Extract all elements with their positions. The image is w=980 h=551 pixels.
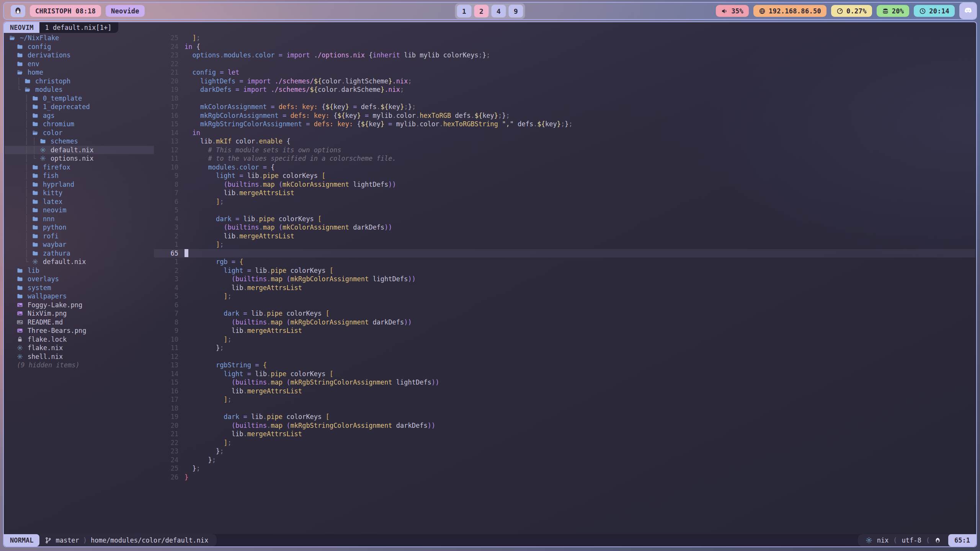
code-line[interactable]: 12 <box>154 352 975 361</box>
discord-button[interactable] <box>959 3 977 19</box>
tree-item-flake-nix[interactable]: flake.nix <box>5 344 154 352</box>
workspace-button-1[interactable]: 1 <box>457 5 472 17</box>
code-line[interactable]: 14 light = lib.pipe colorKeys [ <box>154 370 975 378</box>
code-line[interactable]: 17 ]; <box>154 395 975 404</box>
code-line[interactable]: 3 (builtins.map (mkRgbColorAssignment li… <box>154 275 975 284</box>
topbar-widget-clock[interactable]: 20:14 <box>914 5 955 17</box>
code-line[interactable]: 23 }; <box>154 447 975 456</box>
code-line-current[interactable]: 65 <box>154 249 975 258</box>
code-line[interactable]: 15 (builtins.map (mkRgbStringColorAssign… <box>154 378 975 387</box>
code-line[interactable]: 16 mkRgbColorAssignment = defs: key: {${… <box>154 111 975 120</box>
tree-item-christoph[interactable]: │christoph <box>5 77 154 86</box>
code-line[interactable]: 20 (builtins.map (mkRgbStringColorAssign… <box>154 421 975 430</box>
code-line[interactable]: 9 light = lib.pipe colorKeys [ <box>154 171 975 180</box>
tree-item-env[interactable]: env <box>5 60 154 68</box>
code-line[interactable]: 15 mkRgbStringColorAssignment = defs: ke… <box>154 120 975 129</box>
tree-item-kitty[interactable]: │kitty <box>5 189 154 197</box>
launcher-button[interactable] <box>11 5 25 17</box>
tree-item-default-nix[interactable]: └default.nix <box>5 258 154 266</box>
topbar-widget-volume[interactable]: 35% <box>716 5 749 17</box>
tree-item-foggy-lake-png[interactable]: Foggy-Lake.png <box>5 301 154 310</box>
code-line[interactable]: 6 <box>154 301 975 310</box>
code-line[interactable]: 24 }; <box>154 456 975 465</box>
code-line[interactable]: 22 ]; <box>154 439 975 447</box>
code-line[interactable]: 21 config = let <box>154 68 975 77</box>
code-line[interactable]: 11 # to the values specified in a colors… <box>154 154 975 163</box>
code-line[interactable]: 2 lib.mergeAttrsList <box>154 232 975 241</box>
tree-item-ags[interactable]: │ags <box>5 111 154 120</box>
code-editor[interactable]: 25 ];24in {23 options.modules.color = im… <box>154 34 975 533</box>
code-line[interactable]: 22 <box>154 60 975 68</box>
tree-item-latex[interactable]: │latex <box>5 197 154 206</box>
tree-item-options-nix[interactable]: │└options.nix <box>5 154 154 163</box>
code-line[interactable]: 20 lightDefs = import ./schemes/${color.… <box>154 77 975 86</box>
code-line[interactable]: 25 ]; <box>154 34 975 42</box>
topbar-widget-network[interactable]: 192.168.86.50 <box>753 5 826 17</box>
tree-item-chromium[interactable]: │chromium <box>5 120 154 129</box>
topbar-widget-host-clock[interactable]: CHRISTOPH 08:18 <box>30 5 101 17</box>
code-line[interactable]: 7 lib.mergeAttrsList <box>154 189 975 197</box>
code-line[interactable]: 16 lib.mergeAttrsList <box>154 387 975 396</box>
tree-item-shell-nix[interactable]: shell.nix <box>5 352 154 361</box>
tree-item-overlays[interactable]: overlays <box>5 275 154 284</box>
code-line[interactable]: 13 rgbString = { <box>154 361 975 370</box>
tree-item-system[interactable]: system <box>5 284 154 292</box>
code-line[interactable]: 18 <box>154 404 975 413</box>
code-line[interactable]: 19 dark = lib.pipe colorKeys [ <box>154 412 975 421</box>
code-line[interactable]: 14 in <box>154 129 975 137</box>
tree-item-readme-md[interactable]: README.md <box>5 318 154 327</box>
tree-item-0-template[interactable]: │0_template <box>5 94 154 103</box>
tree-item-three-bears-png[interactable]: Three-Bears.png <box>5 326 154 335</box>
code-line[interactable]: 6 ]; <box>154 197 975 206</box>
code-line[interactable]: 8 (builtins.map (mkColorAssignment light… <box>154 180 975 189</box>
code-line[interactable]: 3 (builtins.map (mkColorAssignment darkD… <box>154 223 975 232</box>
workspace-button-4[interactable]: 4 <box>492 5 506 17</box>
tree-item-nnn[interactable]: │nnn <box>5 215 154 223</box>
tree-item-lib[interactable]: lib <box>5 266 154 275</box>
workspace-button-2[interactable]: 2 <box>474 5 489 17</box>
code-line[interactable]: 17 mkColorAssignment = defs: key: {${key… <box>154 103 975 111</box>
tree-item-flake-lock[interactable]: flake.lock <box>5 335 154 344</box>
code-line[interactable]: 1 ]; <box>154 240 975 249</box>
code-line[interactable]: 1 rgb = { <box>154 258 975 266</box>
tree-item-derivations[interactable]: derivations <box>5 51 154 60</box>
code-line[interactable]: 11 }; <box>154 344 975 352</box>
code-line[interactable]: 24in { <box>154 42 975 51</box>
tree-item-rofi[interactable]: │rofi <box>5 232 154 241</box>
code-line[interactable]: 13 lib.mkIf color.enable { <box>154 137 975 146</box>
tree-item-default-nix[interactable]: ││default.nix <box>5 146 154 155</box>
code-line[interactable]: 25 }; <box>154 464 975 473</box>
workspace-button-9[interactable]: 9 <box>509 5 523 17</box>
tree-item-fish[interactable]: │fish <box>5 171 154 180</box>
code-line[interactable]: 2 light = lib.pipe colorKeys [ <box>154 266 975 275</box>
tree-item-schemes[interactable]: ││schemes <box>5 137 154 146</box>
tree-item-wallpapers[interactable]: wallpapers <box>5 292 154 301</box>
tree-item-home[interactable]: home <box>5 68 154 77</box>
tree-item--nixflake[interactable]: ~/NixFlake <box>5 34 154 42</box>
tree-item-config[interactable]: config <box>5 42 154 51</box>
tree-item-modules[interactable]: └modules <box>5 85 154 94</box>
code-line[interactable]: 5 ]; <box>154 292 975 301</box>
topbar-widget-app-name[interactable]: Neovide <box>106 5 145 17</box>
code-line[interactable]: 10 ]; <box>154 335 975 344</box>
code-line[interactable]: 4 lib.mergeAttrsList <box>154 284 975 292</box>
code-line[interactable]: 10 modules.color = { <box>154 163 975 172</box>
code-line[interactable]: 5 <box>154 206 975 215</box>
tree-item-zathura[interactable]: │zathura <box>5 249 154 258</box>
tree-item-hyprland[interactable]: │hyprland <box>5 180 154 189</box>
topbar-widget-memory[interactable]: 20% <box>877 5 910 17</box>
code-line[interactable]: 23 options.modules.color = import ./opti… <box>154 51 975 60</box>
topbar-widget-cpu[interactable]: 0.27% <box>831 5 872 17</box>
tree-item-nixvim-png[interactable]: NixVim.png <box>5 309 154 318</box>
code-line[interactable]: 19 darkDefs = import ./schemes/${color.d… <box>154 85 975 94</box>
tree-item-waybar[interactable]: │waybar <box>5 240 154 249</box>
code-line[interactable]: 26} <box>154 473 975 482</box>
code-line[interactable]: 18 <box>154 94 975 103</box>
code-line[interactable]: 7 dark = lib.pipe colorKeys [ <box>154 309 975 318</box>
code-line[interactable]: 8 (builtins.map (mkRgbColorAssignment da… <box>154 318 975 327</box>
tab-default-nix[interactable]: 1 default.nix[1+] <box>39 22 118 33</box>
tree-item-firefox[interactable]: │firefox <box>5 163 154 172</box>
code-line[interactable]: 4 dark = lib.pipe colorKeys [ <box>154 215 975 223</box>
code-line[interactable]: 9 lib.mergeAttrsList <box>154 326 975 335</box>
code-line[interactable]: 12 # This module sets its own options <box>154 146 975 155</box>
